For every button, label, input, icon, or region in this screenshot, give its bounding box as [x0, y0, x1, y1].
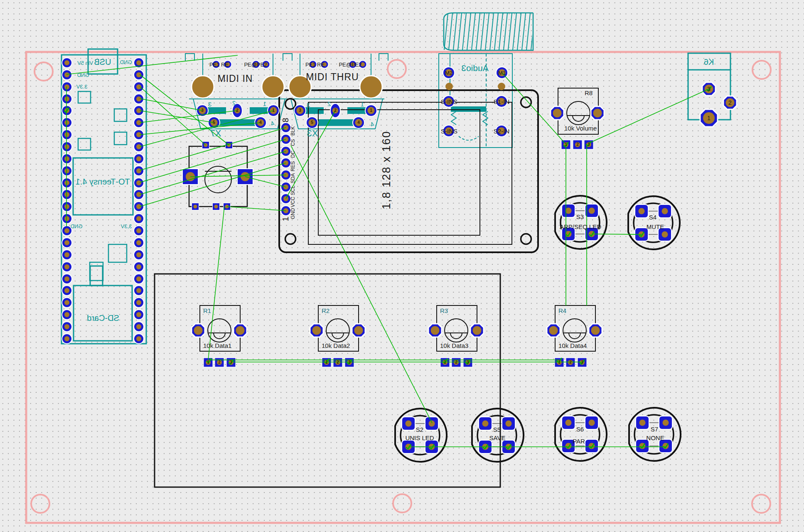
midi-in-netlabel-a: PE1 RE [209, 62, 229, 67]
button-s4-label: MUTE [647, 224, 664, 230]
midi-thru-pin2-silk: 2 [327, 101, 331, 107]
pot-r2-value: 10k Data2 [322, 342, 350, 349]
pot-r1-ref: R1 [203, 308, 211, 314]
pot-r1-pad3: 3 [230, 360, 232, 365]
k6-pad2-num: 2 [728, 100, 732, 106]
button-s7-ref: S7 [651, 426, 658, 432]
pot-r4-pad1: 1 [558, 360, 561, 365]
display-pin-dc: DC [290, 150, 295, 158]
teensy-module-label: TO-Teensy 4.1 [76, 177, 130, 186]
pot-r3-pad3: 3 [467, 360, 469, 365]
k6-pad1-num: 1 [707, 115, 711, 121]
midi-in-pin5-silk: 5 [221, 119, 224, 125]
data-pot-footprints[interactable] [200, 305, 595, 351]
midi-in-pad3-num: 3 [201, 108, 204, 113]
midi-thru-pin3-silk: 3 [307, 102, 310, 108]
pot-r3-pad2: 2 [455, 360, 457, 365]
display-pin-gnd: GND [290, 208, 295, 219]
button-s6-ref: S6 [576, 426, 584, 432]
button-s5-label: SAVE [489, 435, 506, 441]
midi-thru-pin4-silk: 4 [371, 121, 374, 127]
display-pin-cs: CS [290, 139, 295, 146]
teensy-pin-33v-mid: 3,3V [121, 224, 132, 229]
teensy-pin-gnd-mid: GND [71, 224, 83, 229]
midi-thru-pin5-silk: 5 [323, 120, 326, 126]
button-s2-ref: S2 [416, 426, 423, 433]
midi-thru-netlabel-a: PE1 RE [305, 62, 325, 67]
pot-r4-pad2: 2 [569, 360, 572, 365]
display-size-label: 1,8 128 x 160 [381, 131, 392, 209]
data-pot-pads [192, 324, 602, 367]
k6-ref: K6 [704, 58, 714, 66]
display-pin8-label: 8 [281, 118, 290, 122]
button-s5-ref: S5 [493, 426, 501, 433]
airwires [66, 55, 709, 447]
volume-pad3-num: 3 [588, 143, 590, 147]
midi-thru-pad5-num: 5 [311, 121, 313, 125]
display-pin-sda: SDA [290, 173, 295, 184]
midi-thru-ref: X3 [307, 129, 318, 138]
pcb-drawing [0, 0, 804, 532]
pot-r2-pad1: 1 [325, 360, 328, 365]
midi-thru-pin1-silk: 1 [361, 101, 364, 107]
pot-r3-value: 10k Data3 [440, 342, 468, 349]
pot-r4-pad3: 3 [581, 360, 583, 365]
midi-in-netlabel-b: PE@PE2 [244, 62, 267, 67]
pcb-editor-canvas[interactable]: USB Vin 5V GND 3.3V GND TO-Teensy 4.1 GN… [0, 0, 804, 532]
teensy-pin-33v-top: 3.3V [76, 84, 88, 89]
teensy-usb-label: USB [94, 58, 111, 66]
pot-r4-ref: R4 [558, 308, 566, 314]
midi-thru-pad1-num: 1 [370, 108, 372, 113]
button-s2-label: UNIS LED [405, 435, 434, 441]
pot-r2-ref: R2 [322, 308, 329, 314]
midi-thru-netlabel-b: PE@PE2 [339, 62, 361, 67]
midi-in-pad1-num: 1 [272, 108, 275, 113]
audio-pad-m1: M1 [498, 70, 506, 76]
display-module[interactable] [279, 90, 538, 252]
button-s3-label: ARP/SEQ LED [560, 224, 601, 230]
midi-thru-pad4-num: 4 [357, 121, 360, 125]
display-pin-scl: SCL [290, 185, 295, 195]
display-pin1-label: 1 [281, 217, 290, 221]
teensy-footprint[interactable] [61, 49, 146, 344]
audio-pad-s1-in: S1-IN [494, 99, 509, 105]
display-pin-blk: BLK [290, 126, 295, 136]
midi-in-pin2-silk: 2 [232, 100, 236, 106]
midi-in-pin1-silk: 1 [263, 101, 266, 107]
audio-jack-ref: Audio3 [461, 64, 488, 72]
midi-in-pad4-num: 4 [259, 121, 262, 125]
midi-thru-pad3-num: 3 [299, 108, 301, 113]
midi-in-pin3-silk: 3 [208, 101, 211, 107]
pot-r1-pad1: 1 [207, 360, 209, 365]
k6-pad3-num: 3 [707, 86, 711, 92]
teensy-pin-vin: Vin 5V [77, 60, 93, 66]
audio-pad-s1-ins: S-INS [441, 99, 457, 105]
volume-pad2-num: 2 [576, 143, 579, 147]
pot-r2-pad2: 2 [337, 360, 339, 365]
button-s7-label: NONE [646, 435, 664, 441]
teensy-pin-gnd-right: GND [120, 59, 132, 65]
volume-pot-ref: R8 [585, 90, 593, 96]
volume-pot-value: 10k Volume [564, 125, 597, 131]
pot-r3-pad1: 1 [444, 360, 446, 365]
pot-r3-ref: R3 [440, 308, 448, 314]
pot-r4-value: 10k Data4 [558, 342, 587, 349]
display-pin-vcc: VCC [290, 197, 295, 207]
button-s4-ref: S4 [649, 214, 656, 220]
audio-pad-s2-ins: S-INS [441, 128, 457, 134]
midi-in-pad5-num: 5 [213, 121, 215, 125]
audio-pad-m2: M2 [445, 70, 452, 76]
midi-thru-title: MIDI THRU [306, 72, 359, 82]
button-s3-ref: S3 [576, 214, 584, 220]
midi-in-pin4-silk: 4 [271, 120, 274, 126]
button-s6-label: PAR [573, 438, 585, 444]
volume-pad1-num: 1 [565, 143, 567, 147]
pot-r1-pad2: 2 [218, 360, 221, 365]
teensy-sd-label: SD-Card [87, 314, 119, 322]
pot-r1-value: 10k Data1 [203, 342, 231, 349]
teensy-pin-gnd-top: GND [77, 72, 89, 78]
audio-pad-s2-in: S2-IN [494, 128, 509, 134]
pot-r2-pad3: 3 [348, 360, 351, 365]
midi-in-title: MIDI IN [218, 74, 253, 84]
midi-in-ref: X7 [210, 129, 221, 138]
